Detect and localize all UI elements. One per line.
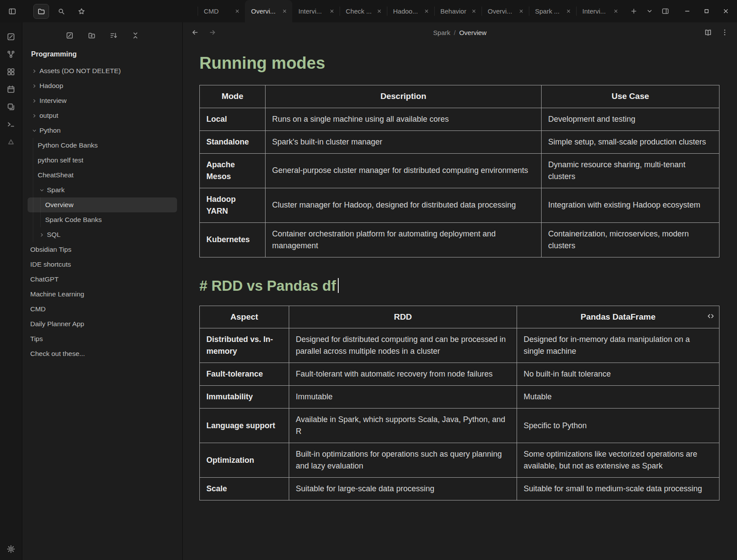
graph-icon[interactable] bbox=[6, 49, 16, 59]
indent-guide bbox=[40, 212, 41, 227]
tab-close-icon[interactable] bbox=[422, 7, 431, 16]
tab-hadoo[interactable]: Hadoo... bbox=[387, 0, 434, 22]
table-cell: Standalone bbox=[200, 130, 266, 153]
tab-label: Overvi... bbox=[251, 7, 280, 15]
folder-sql[interactable]: SQL bbox=[28, 227, 177, 242]
file-ide-shortcuts[interactable]: IDE shortcuts bbox=[28, 257, 177, 272]
explorer-toolbar bbox=[28, 26, 177, 49]
chevron-down-icon[interactable] bbox=[38, 186, 46, 194]
minimize-icon[interactable] bbox=[677, 0, 697, 22]
edit-code-block-icon[interactable] bbox=[705, 311, 716, 321]
more-vertical-icon[interactable] bbox=[719, 26, 731, 39]
maximize-icon[interactable] bbox=[697, 0, 716, 22]
tab-close-icon[interactable] bbox=[327, 7, 336, 16]
tree-item-label: Machine Learning bbox=[30, 290, 84, 298]
left-ribbon bbox=[0, 22, 22, 560]
cards-icon[interactable] bbox=[6, 102, 16, 112]
tab-label: CMD bbox=[204, 7, 233, 15]
tab-intervi[interactable]: Intervi... bbox=[576, 0, 624, 22]
chevron-down-icon[interactable] bbox=[641, 4, 657, 19]
file-tips[interactable]: Tips bbox=[28, 331, 177, 346]
tree-item-label: CheatSheat bbox=[38, 171, 74, 179]
chevron-right-icon[interactable] bbox=[30, 67, 38, 75]
search-icon[interactable] bbox=[53, 4, 69, 19]
vault-title: Programming bbox=[28, 49, 177, 63]
folder-assets-do-not-delete[interactable]: Assets (DO NOT DELETE) bbox=[28, 63, 177, 78]
folder-output[interactable]: output bbox=[28, 108, 177, 123]
file-cmd[interactable]: CMD bbox=[28, 302, 177, 317]
calendar-icon[interactable] bbox=[6, 85, 16, 94]
chevron-right-icon[interactable] bbox=[30, 112, 38, 120]
table-cell: Designed for distributed computing and c… bbox=[289, 328, 517, 363]
table-cell: Language support bbox=[200, 409, 289, 443]
note-icon[interactable] bbox=[6, 32, 16, 42]
folder-interview[interactable]: Interview bbox=[28, 93, 177, 108]
chevron-down-icon[interactable] bbox=[30, 127, 38, 134]
file-overview[interactable]: Overview bbox=[28, 197, 177, 212]
folder-icon[interactable] bbox=[33, 4, 49, 19]
file-spark-code-banks[interactable]: Spark Code Banks bbox=[28, 212, 177, 227]
folder-python[interactable]: Python bbox=[28, 123, 177, 138]
column-header-pandas-dataframe: Pandas DataFrame bbox=[517, 306, 719, 328]
file-obsidian-tips[interactable]: Obsidian Tips bbox=[28, 242, 177, 257]
tab-close-icon[interactable] bbox=[564, 7, 573, 16]
new-note-icon[interactable] bbox=[63, 29, 76, 42]
column-header-description: Description bbox=[266, 85, 542, 108]
column-header-use-case: Use Case bbox=[542, 85, 719, 108]
breadcrumb: Spark/Overview bbox=[183, 29, 737, 36]
collapse-all-icon[interactable] bbox=[129, 29, 142, 42]
file-python-self-test[interactable]: python self test bbox=[28, 153, 177, 168]
tab-close-icon[interactable] bbox=[611, 7, 620, 16]
folder-hadoop[interactable]: Hadoop bbox=[28, 78, 177, 93]
file-check-out-these[interactable]: Check out these... bbox=[28, 346, 177, 361]
table-row: Hadoop YARNCluster manager for Hadoop, d… bbox=[200, 188, 719, 222]
indent-guide bbox=[33, 138, 33, 153]
tab-overvi[interactable]: Overvi... bbox=[245, 0, 292, 22]
chevron-right-icon[interactable] bbox=[38, 231, 46, 239]
tab-close-icon[interactable] bbox=[280, 7, 289, 16]
tab-close-icon[interactable] bbox=[375, 7, 383, 16]
tab-close-icon[interactable] bbox=[517, 7, 525, 16]
editor-content: Running modesModeDescriptionUse CaseLoca… bbox=[183, 42, 737, 560]
sort-icon[interactable] bbox=[107, 29, 120, 42]
plus-icon[interactable] bbox=[626, 4, 641, 19]
table-cell: Local bbox=[200, 108, 266, 130]
tab-close-icon[interactable] bbox=[469, 7, 478, 16]
new-folder-icon[interactable] bbox=[85, 29, 98, 42]
back-arrow-icon[interactable] bbox=[189, 26, 201, 39]
settings-gear-icon[interactable] bbox=[6, 544, 16, 554]
close-icon[interactable] bbox=[716, 0, 735, 22]
heading-running-modes: Running modes bbox=[199, 54, 719, 73]
tab-label: Spark ... bbox=[535, 7, 564, 15]
file-cheatsheat[interactable]: CheatSheat bbox=[28, 168, 177, 183]
table-cell: Fault-tolerance bbox=[200, 363, 289, 386]
file-python-code-banks[interactable]: Python Code Banks bbox=[28, 138, 177, 153]
chevron-right-icon[interactable] bbox=[30, 82, 38, 90]
table-cell: Optimization bbox=[200, 443, 289, 478]
table-cell: Some optimizations like vectorized opera… bbox=[517, 443, 719, 478]
bookmark-star-icon[interactable] bbox=[74, 4, 89, 19]
folder-spark[interactable]: Spark bbox=[28, 183, 177, 197]
tab-close-icon[interactable] bbox=[233, 7, 241, 16]
tab-check[interactable]: Check ... bbox=[340, 0, 387, 22]
tab-behavior[interactable]: Behavior bbox=[434, 0, 482, 22]
file-chatgpt[interactable]: ChatGPT bbox=[28, 272, 177, 287]
tab-cmd[interactable]: CMD bbox=[198, 0, 245, 22]
tab-overvi[interactable]: Overvi... bbox=[482, 0, 529, 22]
tab-intervi[interactable]: Intervi... bbox=[292, 0, 340, 22]
chevron-right-icon[interactable] bbox=[30, 97, 38, 105]
forward-arrow-icon[interactable] bbox=[206, 26, 219, 39]
tree-item-label: Hadoop bbox=[39, 82, 63, 90]
tab-bar-actions bbox=[626, 0, 737, 22]
grid-icon[interactable] bbox=[6, 67, 16, 77]
breadcrumb-parent[interactable]: Spark bbox=[433, 29, 450, 36]
file-machine-learning[interactable]: Machine Learning bbox=[28, 287, 177, 302]
tab-spark[interactable]: Spark ... bbox=[529, 0, 576, 22]
file-daily-planner-app[interactable]: Daily Planner App bbox=[28, 317, 177, 331]
sidebar-toggle-icon[interactable] bbox=[4, 4, 20, 19]
panel-right-icon[interactable] bbox=[657, 4, 673, 19]
shapes-icon[interactable] bbox=[6, 137, 16, 147]
terminal-icon[interactable] bbox=[6, 120, 16, 129]
table-cell: Fault-tolerant with automatic recovery f… bbox=[289, 363, 517, 386]
book-open-icon[interactable] bbox=[702, 26, 714, 39]
